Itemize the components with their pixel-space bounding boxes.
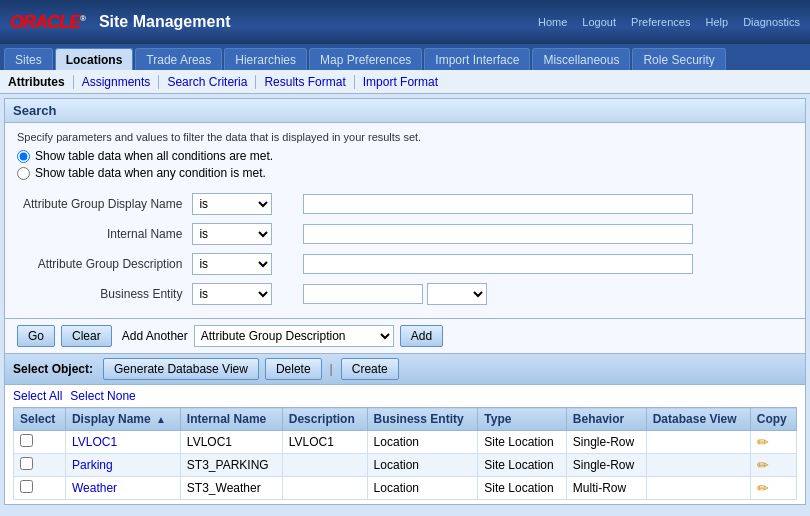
tab-miscellaneous[interactable]: Miscellaneous [532, 48, 630, 70]
table-row: LVLOC1 LVLOC1 LVLOC1 Location Site Locat… [14, 431, 797, 454]
row-behavior-2: Multi-Row [566, 477, 646, 500]
clear-button[interactable]: Clear [61, 325, 112, 347]
tab-hierarchies[interactable]: Hierarchies [224, 48, 307, 70]
search-header: Search [5, 99, 805, 123]
home-link[interactable]: Home [538, 16, 567, 28]
diagnostics-link[interactable]: Diagnostics [743, 16, 800, 28]
sort-arrow-display-name: ▲ [156, 414, 166, 425]
subnav-assignments[interactable]: Assignments [74, 75, 160, 89]
data-table: Select Display Name ▲ Internal Name Desc… [13, 407, 797, 500]
row-display-name-1[interactable]: Parking [72, 458, 113, 472]
field-row-3: Attribute Group Description isis notcont… [19, 250, 791, 278]
delete-button[interactable]: Delete [265, 358, 322, 380]
create-button[interactable]: Create [341, 358, 399, 380]
subnav-attributes[interactable]: Attributes [8, 75, 74, 89]
row-behavior-0: Single-Row [566, 431, 646, 454]
select-all-link[interactable]: Select All [13, 389, 62, 403]
radio-any-condition[interactable] [17, 167, 30, 180]
field-input-cell-1 [299, 190, 791, 218]
field-input-1[interactable] [303, 194, 693, 214]
field-label-1: Attribute Group Display Name [19, 190, 186, 218]
row-display-name-2[interactable]: Weather [72, 481, 117, 495]
row-description-2 [282, 477, 367, 500]
logout-link[interactable]: Logout [582, 16, 616, 28]
subnav-results-format[interactable]: Results Format [256, 75, 354, 89]
field-input-4[interactable] [303, 284, 423, 304]
col-behavior: Behavior [566, 408, 646, 431]
table-header-row: Select Display Name ▲ Internal Name Desc… [14, 408, 797, 431]
field-op-cell-2: isis notcontains [188, 220, 297, 248]
row-display-name-0[interactable]: LVLOC1 [72, 435, 117, 449]
select-object-label: Select Object: [13, 362, 93, 376]
field-op-select-3[interactable]: isis notcontains [192, 253, 272, 275]
row-checkbox-0[interactable] [20, 434, 33, 447]
field-input-cell-3 [299, 250, 791, 278]
col-internal-name: Internal Name [180, 408, 282, 431]
buttons-row: Go Clear Add Another Attribute Group Des… [5, 319, 805, 354]
search-description: Specify parameters and values to filter … [17, 131, 793, 143]
field-op-select-2[interactable]: isis notcontains [192, 223, 272, 245]
row-behavior-1: Single-Row [566, 454, 646, 477]
subnav-import-format[interactable]: Import Format [355, 75, 446, 89]
col-select: Select [14, 408, 66, 431]
preferences-link[interactable]: Preferences [631, 16, 690, 28]
row-type-1: Site Location [478, 454, 567, 477]
field-input-3[interactable] [303, 254, 693, 274]
col-copy: Copy [750, 408, 796, 431]
row-copy-icon-1[interactable]: ✏ [757, 457, 769, 473]
tab-map-preferences[interactable]: Map Preferences [309, 48, 422, 70]
nav-tabs: Sites Locations Trade Areas Hierarchies … [0, 44, 810, 70]
row-business-entity-1: Location [367, 454, 478, 477]
field-op-select-1[interactable]: isis notcontains [192, 193, 272, 215]
go-button[interactable]: Go [17, 325, 55, 347]
field-op-cell-1: isis notcontains [188, 190, 297, 218]
add-button[interactable]: Add [400, 325, 443, 347]
field-input-cell-4 [299, 280, 791, 308]
subnav-search-criteria[interactable]: Search Criteria [159, 75, 256, 89]
field-op-cell-3: isis notcontains [188, 250, 297, 278]
field-label-3: Attribute Group Description [19, 250, 186, 278]
tab-sites[interactable]: Sites [4, 48, 53, 70]
field-be-dropdown[interactable] [427, 283, 487, 305]
row-business-entity-2: Location [367, 477, 478, 500]
table-area: Select All Select None Select Display Na… [5, 385, 805, 504]
col-business-entity: Business Entity [367, 408, 478, 431]
field-label-4: Business Entity [19, 280, 186, 308]
generate-db-view-button[interactable]: Generate Database View [103, 358, 259, 380]
select-links: Select All Select None [13, 389, 797, 403]
app-title: Site Management [99, 13, 231, 31]
table-row: Parking ST3_PARKING Location Site Locati… [14, 454, 797, 477]
tab-role-security[interactable]: Role Security [632, 48, 725, 70]
radio-all-conditions[interactable] [17, 150, 30, 163]
row-checkbox-2[interactable] [20, 480, 33, 493]
col-type: Type [478, 408, 567, 431]
field-input-cell-2 [299, 220, 791, 248]
field-op-select-4[interactable]: isis notcontains [192, 283, 272, 305]
select-none-link[interactable]: Select None [70, 389, 135, 403]
col-description: Description [282, 408, 367, 431]
pipe-separator: | [330, 362, 333, 376]
radio-all-row: Show table data when all conditions are … [17, 149, 793, 163]
radio-all-label: Show table data when all conditions are … [35, 149, 273, 163]
field-row-4: Business Entity isis notcontains [19, 280, 791, 308]
tab-trade-areas[interactable]: Trade Areas [135, 48, 222, 70]
add-another-select[interactable]: Attribute Group Description Internal Nam… [194, 325, 394, 347]
col-display-name[interactable]: Display Name ▲ [65, 408, 180, 431]
row-copy-icon-0[interactable]: ✏ [757, 434, 769, 450]
col-database-view: Database View [646, 408, 750, 431]
top-bar: ORACLE® Site Management Home Logout Pref… [0, 0, 810, 44]
row-checkbox-1[interactable] [20, 457, 33, 470]
oracle-logo: ORACLE® [10, 12, 85, 33]
help-link[interactable]: Help [705, 16, 728, 28]
tab-import-interface[interactable]: Import Interface [424, 48, 530, 70]
field-input-2[interactable] [303, 224, 693, 244]
radio-any-label: Show table data when any condition is me… [35, 166, 266, 180]
row-copy-icon-2[interactable]: ✏ [757, 480, 769, 496]
tab-locations[interactable]: Locations [55, 48, 134, 70]
content-area: Search Specify parameters and values to … [4, 98, 806, 505]
add-another-label: Add Another [122, 329, 188, 343]
row-type-0: Site Location [478, 431, 567, 454]
row-internal-name-0: LVLOC1 [180, 431, 282, 454]
field-row-2: Internal Name isis notcontains [19, 220, 791, 248]
row-db-view-0 [646, 431, 750, 454]
